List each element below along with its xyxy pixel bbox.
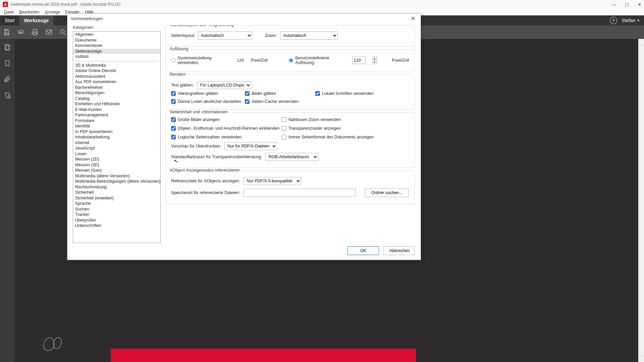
system-resolution-unit: Pixel/Zoll bbox=[251, 58, 268, 63]
ok-button[interactable]: OK bbox=[347, 246, 379, 255]
category-item[interactable]: Unterschriften bbox=[73, 223, 160, 229]
category-item[interactable]: Farbmanagement bbox=[73, 112, 160, 118]
svg-point-1 bbox=[61, 30, 64, 34]
save-icon[interactable] bbox=[3, 28, 11, 36]
category-item[interactable]: Sicherheit bbox=[73, 190, 160, 195]
category-item[interactable]: Berechtigungen bbox=[73, 90, 160, 96]
overprint-combo[interactable]: Nur für PDF/X-Dateien bbox=[224, 142, 277, 150]
settings-panel: Standardlayout und -vergrößerung Seitenl… bbox=[165, 25, 416, 243]
page-layout-combo[interactable]: Automatisch bbox=[198, 32, 252, 40]
vertical-scrollbar[interactable] bbox=[638, 39, 644, 362]
bookmark-icon[interactable] bbox=[4, 60, 11, 68]
resolution-spinner[interactable]: ▲▼ bbox=[372, 57, 377, 64]
group-render-title: Rendern bbox=[168, 72, 187, 77]
menu-bearbeiten[interactable]: Bearbeiten bbox=[16, 10, 42, 14]
page-layout-label: Seitenlayout: bbox=[171, 33, 195, 38]
check-logicalpages[interactable]: Logische Seitenzahlen verwenden bbox=[171, 135, 282, 139]
user-name-label: Stefan bbox=[622, 18, 635, 23]
category-item[interactable]: Lesen bbox=[73, 151, 160, 157]
category-item[interactable]: Adobe Online-Dienste bbox=[73, 68, 160, 74]
category-item[interactable]: Aus PDF konvertieren bbox=[73, 79, 160, 85]
category-item[interactable]: Suchen bbox=[73, 206, 160, 212]
cloud-icon[interactable] bbox=[17, 28, 25, 36]
mail-icon[interactable] bbox=[45, 28, 53, 36]
category-item[interactable]: Tracker bbox=[73, 212, 160, 218]
category-item[interactable]: Rechtschreibung bbox=[73, 184, 160, 190]
group-content-title: Seiteninhalt und -informationen bbox=[168, 110, 229, 114]
overprint-label: Vorschau für Überdrucken: bbox=[171, 144, 221, 148]
category-item[interactable]: Aktionsassistent bbox=[73, 74, 160, 79]
category-item[interactable]: Allgemein bbox=[73, 32, 160, 38]
category-item[interactable]: Messen (3D) bbox=[73, 162, 160, 168]
category-item[interactable]: Internet bbox=[73, 140, 160, 146]
xobject-path-label: Speicherort für referenzierte Dateien: bbox=[171, 190, 240, 195]
check-seamlesszoom[interactable]: Nahtlosen Zoom verwenden bbox=[282, 117, 409, 122]
tab-start[interactable]: Start bbox=[0, 15, 19, 25]
category-item[interactable]: JavaScript bbox=[73, 145, 160, 151]
xobject-ref-combo[interactable]: Nur PDF/X-5-kompatible bbox=[244, 177, 301, 185]
user-menu[interactable]: Stefan▼ bbox=[622, 18, 640, 23]
group-render: Rendern Text glätten: Für Laptops/LCD-Di… bbox=[165, 75, 415, 110]
category-item[interactable]: Multimedia-Berechtigungen (ältere Versio… bbox=[73, 179, 160, 184]
category-item[interactable]: Messen (2D) bbox=[73, 157, 160, 162]
tab-werkzeuge-label: Werkzeuge bbox=[24, 18, 49, 23]
category-item[interactable]: Messen (Geo) bbox=[73, 168, 160, 173]
zoom-label: Zoom: bbox=[265, 33, 277, 38]
check-pagecache[interactable]: Seiten-Cache verwenden bbox=[245, 99, 315, 104]
group-resolution: Auflösung Systemeinstellung verwenden: 1… bbox=[165, 49, 415, 72]
browse-folder-button[interactable]: Ordner suchen... bbox=[365, 188, 409, 197]
category-item[interactable]: Sicherheit (erweitert) bbox=[73, 195, 160, 201]
category-item[interactable]: Catalog bbox=[73, 96, 160, 102]
category-item[interactable]: Formulare bbox=[73, 118, 160, 124]
category-item[interactable]: Vollbild bbox=[73, 54, 160, 60]
check-largeimg[interactable]: Große Bilder anzeigen bbox=[171, 117, 282, 122]
menu-datei[interactable]: Datei bbox=[1, 10, 16, 14]
category-item[interactable]: Identität bbox=[73, 123, 160, 129]
tab-werkzeuge[interactable]: Werkzeuge bbox=[19, 15, 54, 25]
check-transgrid[interactable]: Transparenzraster anzeigen bbox=[282, 126, 409, 131]
menu-anzeige[interactable]: Anzeige bbox=[42, 10, 63, 14]
category-item[interactable]: 3D & Multimedia bbox=[73, 63, 160, 68]
categories-list[interactable]: AllgemeinDokumenteKommentierenSeitenanze… bbox=[73, 31, 161, 243]
window-titlebar: A visitenkarte-mmsw.de 2016 druck.pdf - … bbox=[0, 0, 644, 9]
close-icon[interactable]: ✕ bbox=[638, 2, 641, 7]
smooth-text-combo[interactable]: Für Laptops/LCD-Displays bbox=[197, 81, 251, 89]
xobject-path-input[interactable] bbox=[244, 189, 356, 197]
category-item[interactable]: E-Mail-Konten bbox=[73, 107, 160, 113]
print-icon[interactable] bbox=[31, 28, 39, 36]
category-item[interactable]: Inhaltsbearbeitung bbox=[73, 134, 160, 140]
blendspace-combo[interactable]: RGB-Arbeitsfarbraum bbox=[266, 153, 318, 161]
maximize-icon[interactable]: ▢ bbox=[625, 2, 629, 7]
attachment-icon[interactable] bbox=[4, 76, 11, 84]
signatures-icon[interactable] bbox=[4, 92, 11, 101]
category-item[interactable]: Kommentieren bbox=[73, 43, 160, 49]
check-localfonts[interactable]: Lokale Schriften verwenden bbox=[315, 91, 409, 96]
check-thinlines[interactable]: Dünne Linien deutlicher darstellen bbox=[171, 99, 245, 104]
category-item[interactable]: Multimedia (ältere Versionen) bbox=[73, 173, 160, 179]
category-item[interactable]: Barrierefreiheit bbox=[73, 85, 160, 90]
dialog-close-icon[interactable]: ✕ bbox=[409, 14, 417, 23]
help-icon[interactable]: ? bbox=[610, 17, 617, 24]
check-boxes[interactable]: Objekt-, Endformat- und Anschnitt-Rahmen… bbox=[171, 126, 282, 131]
check-alwaysformat[interactable]: Immer Seitenformat des Dokuments anzeige… bbox=[282, 135, 409, 139]
category-item[interactable]: Dokumente bbox=[73, 38, 160, 43]
check-images[interactable]: Bilder glätten bbox=[245, 91, 315, 96]
radio-custom-label: Benutzerdefinierte Auflösung: bbox=[295, 56, 337, 65]
custom-resolution-unit: Pixel/Zoll bbox=[392, 58, 409, 63]
radio-system-resolution[interactable]: Systemeinstellung verwenden: bbox=[171, 56, 221, 65]
category-item[interactable]: Seitenanzeige bbox=[73, 49, 160, 54]
custom-resolution-input[interactable] bbox=[352, 57, 366, 64]
minimize-icon[interactable]: — bbox=[612, 2, 616, 7]
pages-icon[interactable] bbox=[4, 44, 11, 52]
category-item[interactable]: Sprache bbox=[73, 201, 160, 206]
document-red-strip bbox=[111, 349, 416, 362]
check-vector[interactable]: Vektorgrafiken glätten bbox=[171, 91, 245, 96]
zoom-combo[interactable]: Automatisch bbox=[280, 32, 338, 40]
radio-custom-resolution[interactable]: Benutzerdefinierte Auflösung: bbox=[289, 56, 337, 65]
category-item[interactable]: In PDF konvertieren bbox=[73, 129, 160, 135]
category-item[interactable]: Überprüfen bbox=[73, 218, 160, 223]
blendspace-label: Standardfarbraum für Transparenzüberblen… bbox=[171, 155, 262, 159]
category-item[interactable]: Einheiten und Hilfslinien bbox=[73, 101, 160, 107]
search-icon[interactable] bbox=[59, 28, 67, 36]
cancel-button[interactable]: Abbrechen bbox=[383, 246, 415, 255]
